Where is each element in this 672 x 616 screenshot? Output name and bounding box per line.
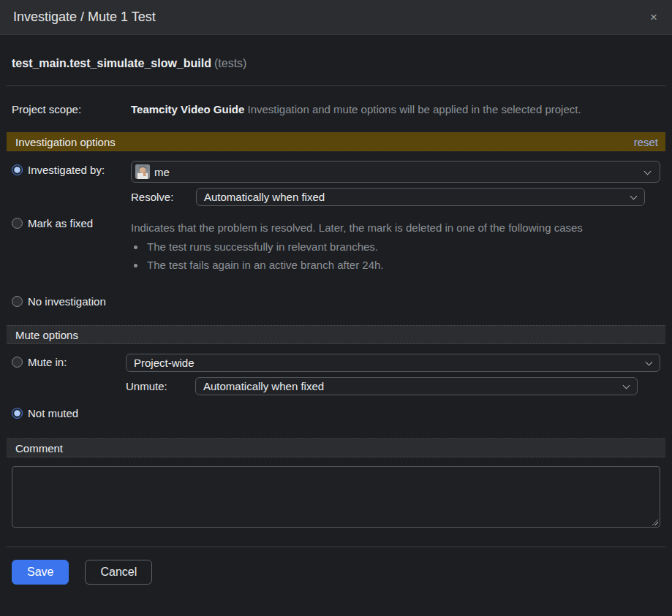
chevron-down-icon <box>623 383 630 389</box>
investigated-by-select[interactable]: me <box>131 161 660 183</box>
project-scope-value: Teamcity Video Guide Investigation and m… <box>131 100 660 119</box>
not-muted-radio[interactable] <box>12 408 23 419</box>
cancel-button[interactable]: Cancel <box>85 560 152 585</box>
investigated-by-option: Investigated by: <box>12 161 131 176</box>
resolve-value: Automatically when fixed <box>204 191 630 203</box>
no-investigation-radio[interactable] <box>12 296 23 307</box>
mute-in-option: Mute in: <box>12 354 126 368</box>
chevron-down-icon <box>644 169 651 175</box>
not-muted-option: Not muted <box>12 407 131 419</box>
project-name: Teamcity Video Guide <box>131 103 244 115</box>
investigated-by-value: me <box>154 166 644 178</box>
investigation-options-title: Investigation options <box>15 136 116 148</box>
project-scope-description: Investigation and mute options will be a… <box>248 103 581 115</box>
resize-handle-icon[interactable] <box>652 519 658 525</box>
mute-in-select[interactable]: Project-wide <box>126 354 660 372</box>
investigated-by-radio[interactable] <box>12 164 23 175</box>
test-name-text: test_main.test_simulate_slow_build <box>12 57 211 69</box>
close-icon[interactable]: × <box>650 11 657 23</box>
no-investigation-label: No investigation <box>28 295 106 308</box>
dialog-body: test_main.test_simulate_slow_build(tests… <box>0 57 672 585</box>
divider <box>7 547 665 547</box>
user-avatar <box>135 164 150 179</box>
resolve-row: Resolve: Automatically when fixed <box>131 188 660 206</box>
dialog-title: Investigate / Mute 1 Test <box>13 9 650 25</box>
mark-as-fixed-description-text: Indicates that the problem is resolved. … <box>131 221 583 234</box>
no-investigation-row: No investigation <box>12 295 660 308</box>
mark-as-fixed-label: Mark as fixed <box>28 217 93 229</box>
divider <box>7 85 665 86</box>
not-muted-row: Not muted <box>12 407 660 419</box>
resolve-select[interactable]: Automatically when fixed <box>196 188 645 206</box>
mute-in-value: Project-wide <box>134 357 646 369</box>
bullet-item: The test runs successfully in relevant b… <box>146 237 660 256</box>
investigated-by-row: Investigated by: me <box>12 161 660 183</box>
reset-link[interactable]: reset <box>634 136 658 148</box>
bullet-item: The test fails again in an active branch… <box>146 256 660 274</box>
dialog-titlebar: Investigate / Mute 1 Test × <box>0 0 672 35</box>
project-scope-row: Project scope: Teamcity Video Guide Inve… <box>12 100 660 119</box>
chevron-down-icon <box>646 360 652 366</box>
unmute-select[interactable]: Automatically when fixed <box>195 377 638 395</box>
save-button[interactable]: Save <box>12 560 69 585</box>
no-investigation-option: No investigation <box>12 295 131 308</box>
dialog-actions: Save Cancel <box>12 560 660 585</box>
mark-as-fixed-row: Mark as fixed Indicates that the problem… <box>12 217 660 274</box>
mute-options-header: Mute options <box>7 325 665 344</box>
mark-as-fixed-radio[interactable] <box>12 218 23 229</box>
test-name: test_main.test_simulate_slow_build(tests… <box>12 57 660 70</box>
project-scope-label: Project scope: <box>12 100 131 119</box>
mark-as-fixed-bullets: The test runs successfully in relevant b… <box>146 237 660 274</box>
not-muted-label: Not muted <box>28 407 78 419</box>
test-suite: (tests) <box>214 57 246 69</box>
comment-title: Comment <box>15 442 63 455</box>
comment-header: Comment <box>7 438 665 457</box>
mute-in-label: Mute in: <box>28 356 67 368</box>
investigated-by-label: Investigated by: <box>28 164 105 176</box>
comment-textarea[interactable] <box>12 466 660 528</box>
mark-as-fixed-option: Mark as fixed <box>12 217 131 229</box>
mute-in-row: Mute in: Project-wide <box>12 354 660 372</box>
mute-in-radio[interactable] <box>12 357 23 368</box>
investigation-options-header: Investigation options reset <box>7 132 665 151</box>
resolve-label: Resolve: <box>131 191 196 203</box>
unmute-label: Unmute: <box>126 380 195 392</box>
unmute-value: Automatically when fixed <box>203 380 623 392</box>
mute-options-title: Mute options <box>15 329 78 341</box>
mark-as-fixed-description: Indicates that the problem is resolved. … <box>131 217 660 274</box>
unmute-row: Unmute: Automatically when fixed <box>126 377 660 395</box>
chevron-down-icon <box>630 194 637 200</box>
